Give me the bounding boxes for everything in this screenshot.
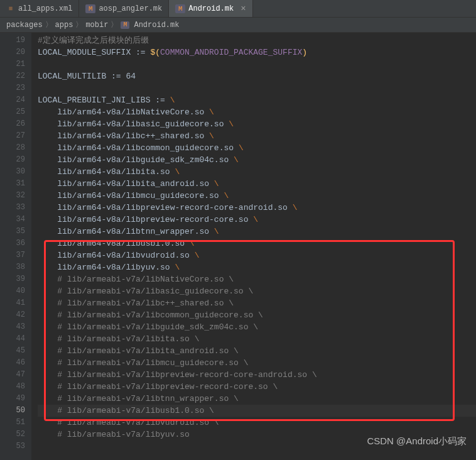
code-token: \ [214,179,219,189]
code-line: # lib/armeabi-v7a/libpreview-record-core… [38,381,476,393]
line-number: 28 [0,142,25,154]
code-token: \ [209,131,214,141]
line-number: 48 [0,381,25,393]
breadcrumb: packages〉apps〉mobir〉MAndroid.mk [0,18,476,33]
line-number: 44 [0,333,25,345]
code-token: # lib/armeabi-v7a/libc++_shared.so \ [57,298,234,308]
line-number: 23 [0,82,25,94]
line-number: 19 [0,35,25,47]
line-number: 22 [0,70,25,82]
code-line: lib/arm64-v8a/libvudroid.so \ [38,249,476,261]
line-number: 27 [0,130,25,142]
watermark: CSDN @Android小码家 [367,435,467,447]
code-line: LOCAL_MODULE_SUFFIX := $(COMMON_ANDROID_… [38,47,476,58]
line-number: 31 [0,178,25,190]
code-token: # lib/armeabi-v7a/libyuv.so [57,430,190,439]
line-number: 37 [0,249,25,261]
line-number: 50 [0,405,25,417]
line-number: 45 [0,345,25,357]
line-number: 33 [0,202,25,214]
code-token: \ [229,119,234,129]
code-line: lib/arm64-v8a/libNativeCore.so \ [38,106,476,118]
code-area[interactable]: #定义编译完成之后模块的后缀LOCAL_MODULE_SUFFIX := $(C… [31,33,476,460]
line-number: 24 [0,94,25,106]
code-token: lib/arm64-v8a/libasic_guidecore.so [57,119,229,129]
line-number: 52 [0,429,25,441]
breadcrumb-part[interactable]: mobir [85,21,108,30]
code-token: lib/arm64-v8a/libtnn_wrapper.so [57,227,214,236]
line-gutter: 1920212223242526272829303132333435363738… [0,33,31,460]
close-icon[interactable]: × [241,4,246,14]
code-line: # lib/armeabi-v7a/libcommon_guidecore.so… [38,309,476,321]
code-line: lib/arm64-v8a/libtnn_wrapper.so \ [38,226,476,238]
code-line: lib/arm64-v8a/libasic_guidecore.so \ [38,118,476,130]
line-number: 29 [0,154,25,166]
code-line: LOCAL_PREBUILT_JNI_LIBS := \ [38,94,476,106]
code-token: # lib/armeabi-v7a/libcommon_guidecore.so… [57,310,263,320]
code-line: lib/arm64-v8a/libusb1.0.so \ [38,238,476,249]
code-token: # lib/armeabi-v7a/libtnn_wrapper.so \ [57,394,239,403]
line-number: 20 [0,47,25,58]
code-token: # lib/armeabi-v7a/libmcu_guidecore.so \ [57,358,248,368]
line-number: 30 [0,166,25,178]
line-number: 35 [0,226,25,238]
code-token: lib/arm64-v8a/libpreview-record-core.so [57,215,253,224]
code-line: lib/arm64-v8a/libyuv.so \ [38,261,476,273]
file-icon: ≡ [6,4,15,13]
code-token: \ [175,263,180,272]
code-token: LOCAL_PREBUILT_JNI_LIBS := [38,96,170,105]
code-line: lib/arm64-v8a/libita.so \ [38,166,476,178]
line-number: 47 [0,369,25,381]
code-line: # lib/armeabi-v7a/libasic_guidecore.so \ [38,285,476,297]
tab-label: all_apps.xml [18,4,72,13]
breadcrumb-file[interactable]: Android.mk [134,21,179,30]
code-token: \ [234,155,239,165]
code-line: lib/arm64-v8a/libc++_shared.so \ [38,130,476,142]
tab-label: aosp_angler.mk [99,4,162,13]
line-number: 43 [0,321,25,333]
code-token: lib/arm64-v8a/libpreview-record-core-and… [57,203,292,212]
line-number: 49 [0,393,25,405]
code-token: \ [224,191,229,200]
code-line: LOCAL_MULTILIB := 64 [38,70,476,82]
tab-0[interactable]: ≡all_apps.xml [0,0,79,17]
code-token: $( [150,48,160,57]
code-token: \ [209,107,214,117]
file-icon: M [85,4,95,13]
chevron-right-icon: 〉 [111,19,118,30]
code-token: \ [195,251,200,260]
code-token: COMMON_ANDROID_PACKAGE_SUFFIX [160,48,302,57]
tab-bar: ≡all_apps.xmlMaosp_angler.mkMAndroid.mk× [0,0,476,18]
code-token: \ [175,167,180,177]
code-token: lib/arm64-v8a/libNativeCore.so [57,107,209,117]
line-number: 41 [0,297,25,309]
breadcrumb-part[interactable]: packages [6,21,43,30]
code-token: \ [253,215,258,224]
tab-2[interactable]: MAndroid.mk× [169,0,252,17]
code-token: lib/arm64-v8a/libvudroid.so [57,251,194,260]
code-token: LOCAL_MODULE_SUFFIX := [38,48,150,57]
breadcrumb-part[interactable]: apps [55,21,73,30]
line-number: 21 [0,58,25,70]
code-line: # lib/armeabi-v7a/libvudroid.so \ [38,417,476,429]
line-number: 36 [0,238,25,249]
chevron-right-icon: 〉 [45,19,53,30]
file-icon: M [175,4,185,13]
editor: 1920212223242526272829303132333435363738… [0,33,476,460]
code-token: \ [170,96,175,105]
code-line: lib/arm64-v8a/libguide_sdk_zm04c.so \ [38,154,476,166]
code-token: lib/arm64-v8a/libc++_shared.so [57,131,209,141]
code-token: lib/arm64-v8a/libita.so [57,167,175,177]
code-token: \ [239,143,244,153]
line-number: 51 [0,417,25,429]
tab-label: Android.mk [188,4,234,13]
code-token: # lib/armeabi-v7a/libvudroid.so \ [57,418,219,427]
line-number: 46 [0,357,25,369]
code-token: # lib/armeabi-v7a/libusb1.0.so \ [57,406,214,415]
tab-1[interactable]: Maosp_angler.mk [79,0,169,17]
code-line: # lib/armeabi-v7a/libguide_sdk_zm04c.so … [38,321,476,333]
code-token: lib/arm64-v8a/libita_android.so [57,179,214,189]
code-line: # lib/armeabi-v7a/libita_android.so \ [38,345,476,357]
code-line: # lib/armeabi-v7a/libtnn_wrapper.so \ [38,393,476,405]
line-number: 38 [0,261,25,273]
